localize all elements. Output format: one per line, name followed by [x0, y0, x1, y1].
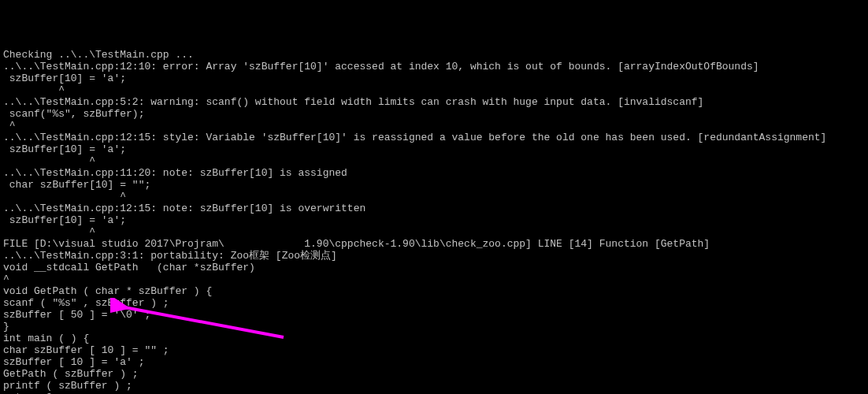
- terminal-line: char szBuffer[10] = "";: [3, 179, 865, 191]
- terminal-line: szBuffer [ 50 ] = '\0' ;: [3, 309, 865, 321]
- terminal-line: ..\..\TestMain.cpp:12:10: error: Array '…: [3, 61, 865, 72]
- terminal-line: ^: [3, 273, 865, 285]
- terminal-line: scanf ( "%s" , szBuffer ) ;: [3, 297, 865, 309]
- terminal-line: ..\..\TestMain.cpp:12:15: style: Variabl…: [3, 132, 865, 143]
- terminal-line: ..\..\TestMain.cpp:5:2: warning: scanf()…: [3, 96, 865, 108]
- terminal-line: ..\..\TestMain.cpp:11:20: note: szBuffer…: [3, 167, 865, 179]
- terminal-line: GetPath ( szBuffer ) ;: [3, 368, 865, 380]
- terminal-line: scanf("%s", szBuffer);: [3, 108, 865, 120]
- terminal-line: FILE [D:\visual studio 2017\Projram\ 1.9…: [3, 238, 865, 250]
- terminal-line: ^: [3, 226, 865, 238]
- terminal-line: Checking ..\..\TestMain.cpp ...: [3, 49, 865, 61]
- terminal-line: szBuffer[10] = 'a';: [3, 214, 865, 226]
- terminal-line: ^: [3, 84, 865, 96]
- terminal-line: szBuffer [ 10 ] = 'a' ;: [3, 356, 865, 368]
- terminal-output: Checking ..\..\TestMain.cpp .....\..\Tes…: [3, 49, 865, 394]
- terminal-line: void __stdcall GetPath (char *szBuffer): [3, 262, 865, 273]
- terminal-line: ..\..\TestMain.cpp:12:15: note: szBuffer…: [3, 203, 865, 214]
- terminal-line: ..\..\TestMain.cpp:3:1: portability: Zoo…: [3, 250, 865, 262]
- terminal-line: ^: [3, 120, 865, 132]
- terminal-line: ^: [3, 155, 865, 167]
- terminal-line: char szBuffer [ 10 ] = "" ;: [3, 344, 865, 356]
- terminal-line: int main ( ) {: [3, 333, 865, 344]
- terminal-line: printf ( szBuffer ) ;: [3, 380, 865, 392]
- terminal-line: szBuffer[10] = 'a';: [3, 72, 865, 84]
- terminal-line: }: [3, 321, 865, 333]
- terminal-line: szBuffer[10] = 'a';: [3, 143, 865, 155]
- terminal-line: ^: [3, 191, 865, 203]
- terminal-line: void GetPath ( char * szBuffer ) {: [3, 285, 865, 297]
